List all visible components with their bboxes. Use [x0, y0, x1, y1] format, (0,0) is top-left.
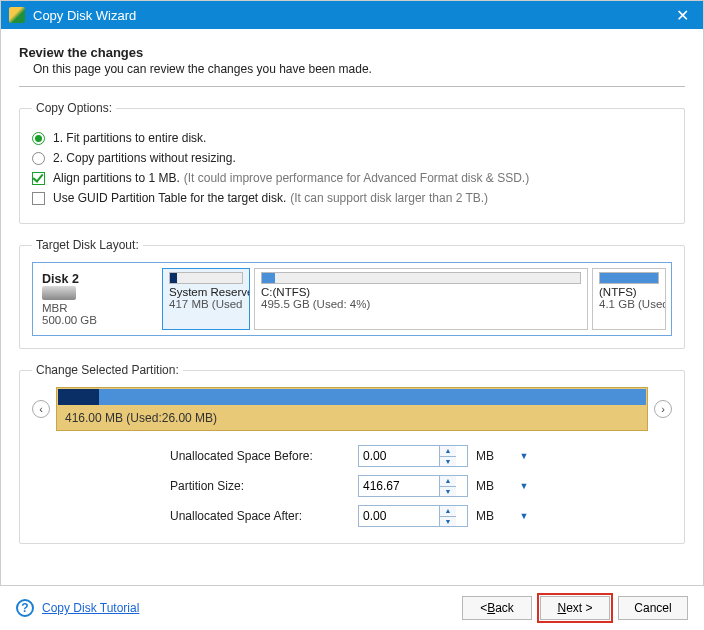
next-partition-button[interactable]: › — [654, 400, 672, 418]
unalloc-before-input[interactable]: ▲▼ — [358, 445, 468, 467]
divider — [19, 86, 685, 87]
partition-2[interactable]: (NTFS) 4.1 GB (Used — [592, 268, 666, 330]
spin-up-icon[interactable]: ▲ — [440, 446, 456, 457]
app-icon — [9, 7, 25, 23]
target-layout-legend: Target Disk Layout: — [32, 238, 143, 252]
unit-dropdown-3[interactable]: ▼ — [514, 511, 534, 521]
unalloc-after-field[interactable] — [359, 506, 439, 526]
footer: ? Copy Disk Tutorial < Back Next > Cance… — [0, 585, 704, 630]
partition-1-name: C:(NTFS) — [261, 286, 581, 298]
unalloc-after-label: Unallocated Space After: — [170, 509, 350, 523]
window-title: Copy Disk Wizard — [33, 8, 670, 23]
checkbox-align-1mb[interactable] — [32, 172, 45, 185]
change-partition-group: Change Selected Partition: ‹ 416.00 MB (… — [19, 363, 685, 544]
copy-options-group: Copy Options: 1. Fit partitions to entir… — [19, 101, 685, 224]
gpt-hint: (It can support disk larger than 2 TB.) — [290, 191, 488, 205]
disk-size: 500.00 GB — [42, 314, 148, 326]
partition-size-field[interactable] — [359, 476, 439, 496]
unalloc-before-label: Unallocated Space Before: — [170, 449, 350, 463]
partition-0-size: 417 MB (Used — [169, 298, 243, 310]
unit-mb-2: MB — [476, 479, 506, 493]
disk-info: Disk 2 MBR 500.00 GB — [38, 268, 158, 330]
partition-1[interactable]: C:(NTFS) 495.5 GB (Used: 4%) — [254, 268, 588, 330]
unalloc-before-field[interactable] — [359, 446, 439, 466]
partition-size-input[interactable]: ▲▼ — [358, 475, 468, 497]
partition-1-size: 495.5 GB (Used: 4%) — [261, 298, 581, 310]
spin-down-icon[interactable]: ▼ — [440, 517, 456, 527]
partition-2-name: (NTFS) — [599, 286, 659, 298]
unit-dropdown-1[interactable]: ▼ — [514, 451, 534, 461]
help-icon[interactable]: ? — [16, 599, 34, 617]
spin-down-icon[interactable]: ▼ — [440, 487, 456, 497]
align-hint: (It could improve performance for Advanc… — [184, 171, 529, 185]
partition-0-name: System Reserved — [169, 286, 243, 298]
change-partition-legend: Change Selected Partition: — [32, 363, 183, 377]
tutorial-link[interactable]: Copy Disk Tutorial — [42, 601, 139, 615]
radio-fit-partitions[interactable] — [32, 132, 45, 145]
partition-2-size: 4.1 GB (Used — [599, 298, 659, 310]
radio-copy-without-resize[interactable] — [32, 152, 45, 165]
target-layout-group: Target Disk Layout: Disk 2 MBR 500.00 GB… — [19, 238, 685, 349]
spin-down-icon[interactable]: ▼ — [440, 457, 456, 467]
prev-partition-button[interactable]: ‹ — [32, 400, 50, 418]
unit-mb-1: MB — [476, 449, 506, 463]
disk-icon — [42, 286, 76, 300]
cancel-button[interactable]: Cancel — [618, 596, 688, 620]
titlebar: Copy Disk Wizard ✕ — [1, 1, 703, 29]
partition-0[interactable]: System Reserved 417 MB (Used — [162, 268, 250, 330]
disk-scheme: MBR — [42, 302, 148, 314]
page-heading: Review the changes — [19, 45, 685, 60]
unit-dropdown-2[interactable]: ▼ — [514, 481, 534, 491]
partition-size-label: Partition Size: — [170, 479, 350, 493]
page-subheading: On this page you can review the changes … — [33, 62, 685, 76]
checkbox-gpt-label: Use GUID Partition Table for the target … — [53, 191, 286, 205]
checkbox-gpt[interactable] — [32, 192, 45, 205]
spin-up-icon[interactable]: ▲ — [440, 476, 456, 487]
radio-fit-partitions-label: 1. Fit partitions to entire disk. — [53, 131, 206, 145]
back-button[interactable]: < Back — [462, 596, 532, 620]
radio-copy-without-resize-label: 2. Copy partitions without resizing. — [53, 151, 236, 165]
next-button[interactable]: Next > — [540, 596, 610, 620]
partition-size-slider[interactable]: 416.00 MB (Used:26.00 MB) — [56, 387, 648, 431]
partition-block-label: 416.00 MB (Used:26.00 MB) — [57, 406, 647, 430]
checkbox-align-1mb-label: Align partitions to 1 MB. — [53, 171, 180, 185]
unalloc-after-input[interactable]: ▲▼ — [358, 505, 468, 527]
unit-mb-3: MB — [476, 509, 506, 523]
disk-name: Disk 2 — [42, 272, 148, 286]
close-icon[interactable]: ✕ — [670, 6, 695, 25]
spin-up-icon[interactable]: ▲ — [440, 506, 456, 517]
copy-options-legend: Copy Options: — [32, 101, 116, 115]
